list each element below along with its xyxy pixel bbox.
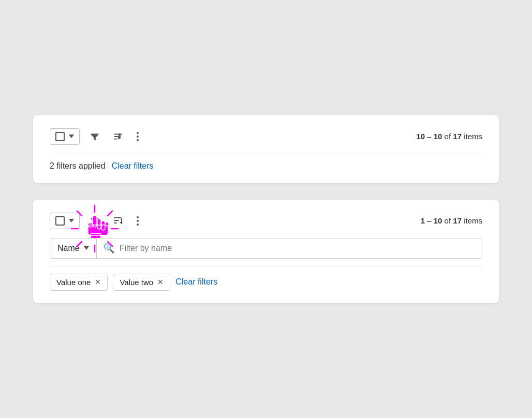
pagination-start-2: 1 bbox=[421, 216, 425, 225]
pagination-range-1: 10 bbox=[416, 132, 425, 141]
pagination-end-2: 10 bbox=[434, 216, 442, 225]
dot-5 bbox=[137, 220, 139, 222]
filter-button-1[interactable] bbox=[86, 128, 104, 145]
search-icon: 🔍 bbox=[103, 243, 114, 254]
dot-2 bbox=[137, 136, 139, 138]
filter-icon bbox=[89, 131, 100, 142]
dot-6 bbox=[137, 223, 139, 226]
filter-button-2[interactable] bbox=[86, 212, 104, 230]
filter-name-label: Name bbox=[57, 244, 80, 253]
svg-rect-14 bbox=[106, 222, 108, 230]
pagination-total-2: 17 bbox=[453, 216, 462, 225]
card-filters-applied: 10 – 10 of 17 items 2 filters applied Cl… bbox=[33, 115, 499, 183]
filter-tags-row: Value one ✕ Value two ✕ Clear filters bbox=[50, 266, 482, 291]
checkbox-dropdown-2[interactable] bbox=[50, 213, 80, 229]
card-filter-panel: 1 – 10 of 17 items Name 🔍 Value one ✕ Va… bbox=[33, 200, 499, 303]
pagination-2: 1 – 10 of 17 items bbox=[421, 216, 482, 225]
tag-2-remove-button[interactable]: ✕ bbox=[157, 278, 164, 286]
toolbar-1: 10 – 10 of 17 items bbox=[50, 128, 482, 154]
filters-applied-text: 2 filters applied bbox=[50, 161, 106, 171]
filter-icon-2 bbox=[89, 215, 100, 227]
sort-button-1[interactable] bbox=[110, 128, 127, 145]
dot-3 bbox=[137, 139, 139, 141]
toolbar-2: 1 – 10 of 17 items bbox=[50, 212, 482, 238]
sort-icon-2 bbox=[113, 215, 124, 227]
filter-button-container bbox=[86, 212, 104, 230]
pagination-1: 10 – 10 of 17 items bbox=[416, 132, 482, 141]
filter-search-input[interactable] bbox=[120, 244, 476, 253]
pagination-total-1: 17 bbox=[453, 132, 462, 141]
filter-name-chevron bbox=[84, 246, 89, 250]
pagination-of-1: of bbox=[445, 132, 453, 141]
dot-4 bbox=[137, 216, 139, 218]
pagination-separator: – bbox=[427, 132, 434, 141]
tag-1-remove-button[interactable]: ✕ bbox=[95, 278, 101, 286]
pagination-end-1: 10 bbox=[434, 132, 442, 141]
sort-icon bbox=[113, 131, 124, 142]
dot-1 bbox=[137, 132, 139, 134]
tag-1-label: Value one bbox=[56, 278, 91, 287]
tag-2-label: Value two bbox=[120, 278, 153, 287]
sort-button-2[interactable] bbox=[110, 212, 127, 230]
clear-filters-button-1[interactable]: Clear filters bbox=[112, 161, 154, 171]
pagination-sep-2: – bbox=[427, 216, 434, 225]
svg-rect-26 bbox=[114, 222, 117, 223]
chevron-down-icon bbox=[69, 135, 74, 138]
pagination-items-2: items bbox=[464, 216, 482, 225]
filter-name-dropdown[interactable]: Name bbox=[50, 238, 97, 258]
svg-marker-28 bbox=[120, 222, 123, 224]
checkbox-icon-2 bbox=[55, 216, 65, 226]
chevron-down-icon-2 bbox=[69, 219, 74, 222]
clear-filters-button-2[interactable]: Clear filters bbox=[175, 277, 217, 287]
filter-tag-2: Value two ✕ bbox=[113, 274, 170, 291]
pagination-of-2: of bbox=[445, 216, 453, 225]
svg-rect-25 bbox=[114, 220, 119, 221]
filter-status-row: 2 filters applied Clear filters bbox=[50, 154, 482, 171]
pagination-items-1: items bbox=[464, 132, 482, 141]
filter-input-row: Name 🔍 bbox=[50, 238, 482, 259]
checkbox-dropdown-1[interactable] bbox=[50, 128, 80, 145]
filter-tag-1: Value one ✕ bbox=[50, 274, 108, 291]
more-options-button-1[interactable] bbox=[134, 129, 142, 144]
checkbox-icon bbox=[55, 132, 65, 141]
svg-rect-24 bbox=[114, 217, 121, 218]
filter-search-area: 🔍 bbox=[97, 238, 482, 258]
more-options-button-2[interactable] bbox=[134, 213, 142, 229]
